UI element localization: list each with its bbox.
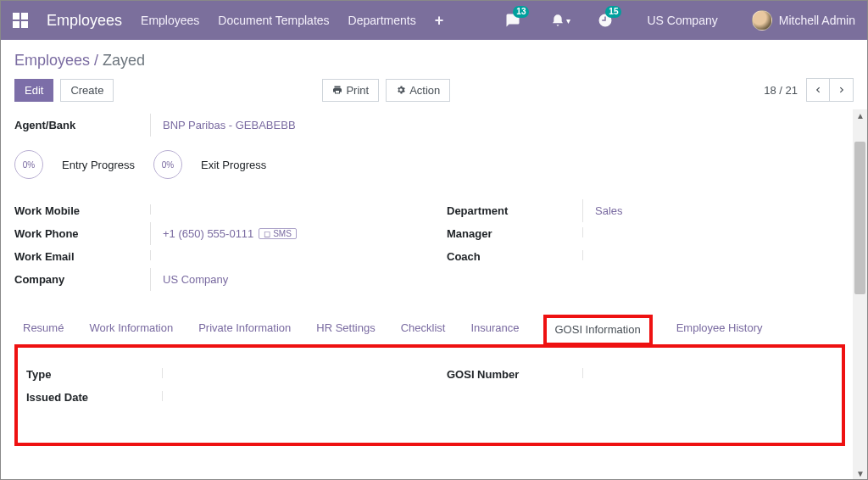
- gosi-type-value[interactable]: [162, 368, 175, 378]
- breadcrumb-root[interactable]: Employees: [14, 52, 90, 69]
- print-icon: [332, 85, 342, 95]
- tab-gosi-information[interactable]: GOSI Information: [543, 315, 653, 346]
- work-email-label: Work Email: [14, 245, 150, 268]
- clock-icon[interactable]: 15: [598, 13, 613, 28]
- breadcrumb: Employees / Zayed: [14, 52, 145, 69]
- tab-bar: Resumé Work Information Private Informat…: [14, 315, 845, 347]
- activity-badge: 15: [605, 6, 621, 18]
- edit-button[interactable]: Edit: [14, 79, 53, 102]
- work-mobile-label: Work Mobile: [14, 199, 150, 222]
- action-button[interactable]: Action: [386, 79, 450, 102]
- work-email-value[interactable]: [150, 250, 163, 260]
- tab-work-information[interactable]: Work Information: [87, 315, 175, 346]
- print-button[interactable]: Print: [322, 79, 379, 102]
- tab-resume[interactable]: Resumé: [21, 315, 65, 346]
- tab-panel-gosi: Type Issued Date GOSI Number: [14, 344, 845, 446]
- activities-icon[interactable]: ▾: [551, 14, 570, 27]
- nav-employees[interactable]: Employees: [141, 14, 199, 27]
- apps-icon[interactable]: [13, 13, 28, 28]
- pager-next[interactable]: [830, 78, 854, 102]
- messaging-icon[interactable]: 13: [505, 13, 520, 28]
- gear-icon: [396, 85, 406, 95]
- tab-employee-history[interactable]: Employee History: [675, 315, 765, 346]
- chevron-right-icon: [837, 86, 846, 94]
- gosi-issued-label: Issued Date: [26, 386, 162, 409]
- gosi-number-value[interactable]: [582, 368, 595, 378]
- nav-add-icon[interactable]: +: [435, 12, 444, 30]
- nav-departments[interactable]: Departments: [348, 14, 416, 27]
- department-value[interactable]: Sales: [582, 199, 623, 222]
- gosi-issued-value[interactable]: [162, 391, 175, 401]
- exit-progress-circle: 0%: [153, 150, 182, 179]
- manager-value[interactable]: [582, 227, 595, 237]
- agent-bank-value[interactable]: BNP Paribas - GEBABEBB: [150, 114, 296, 137]
- scroll-up-icon[interactable]: ▲: [856, 111, 865, 120]
- gosi-type-label: Type: [26, 363, 162, 386]
- messaging-badge: 13: [513, 6, 529, 18]
- exit-progress-label: Exit Progress: [201, 159, 266, 171]
- tab-insurance[interactable]: Insurance: [469, 315, 520, 346]
- department-label: Department: [447, 199, 582, 222]
- sms-button[interactable]: ◻ SMS: [259, 228, 296, 239]
- tab-hr-settings[interactable]: HR Settings: [314, 315, 376, 346]
- breadcrumb-current: Zayed: [103, 52, 145, 69]
- create-button[interactable]: Create: [60, 79, 114, 102]
- scrollbar-thumb[interactable]: [854, 142, 865, 294]
- company-label: Company: [14, 268, 150, 291]
- company-switcher[interactable]: US Company: [647, 14, 717, 27]
- brand-title: Employees: [47, 12, 122, 30]
- work-phone-value[interactable]: +1 (650) 555-0111◻ SMS: [150, 222, 297, 245]
- entry-progress-circle: 0%: [14, 150, 43, 179]
- pager-count: 18 / 21: [764, 84, 798, 97]
- avatar[interactable]: [752, 10, 772, 31]
- coach-label: Coach: [447, 245, 582, 268]
- manager-label: Manager: [447, 222, 582, 245]
- tab-checklist[interactable]: Checklist: [399, 315, 448, 346]
- user-menu[interactable]: Mitchell Admin: [779, 14, 855, 27]
- work-mobile-value[interactable]: [150, 204, 163, 215]
- company-value[interactable]: US Company: [150, 268, 228, 291]
- pager-prev[interactable]: [806, 78, 830, 102]
- coach-value[interactable]: [582, 250, 595, 260]
- work-phone-label: Work Phone: [14, 222, 150, 245]
- entry-progress-label: Entry Progress: [62, 159, 135, 171]
- agent-bank-label: Agent/Bank: [14, 114, 150, 137]
- nav-document-templates[interactable]: Document Templates: [218, 14, 329, 27]
- chevron-left-icon: [814, 86, 822, 94]
- gosi-number-label: GOSI Number: [447, 363, 582, 386]
- tab-private-information[interactable]: Private Information: [197, 315, 292, 346]
- scroll-down-icon[interactable]: ▼: [856, 469, 865, 478]
